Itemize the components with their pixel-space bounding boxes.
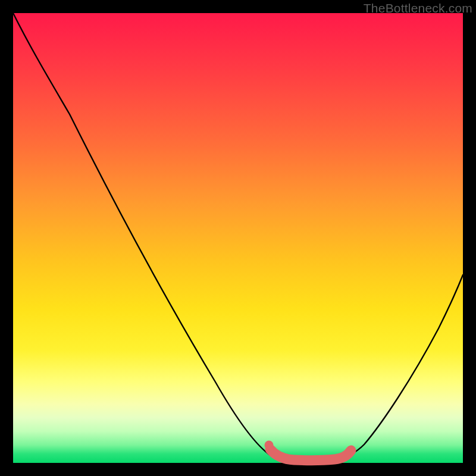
bottleneck-band [270,449,351,461]
bottleneck-curve [13,13,463,461]
watermark-text: TheBottleneck.com [364,1,472,15]
chart-frame [13,13,463,463]
band-start-dot [265,441,274,450]
chart-svg [13,13,463,463]
